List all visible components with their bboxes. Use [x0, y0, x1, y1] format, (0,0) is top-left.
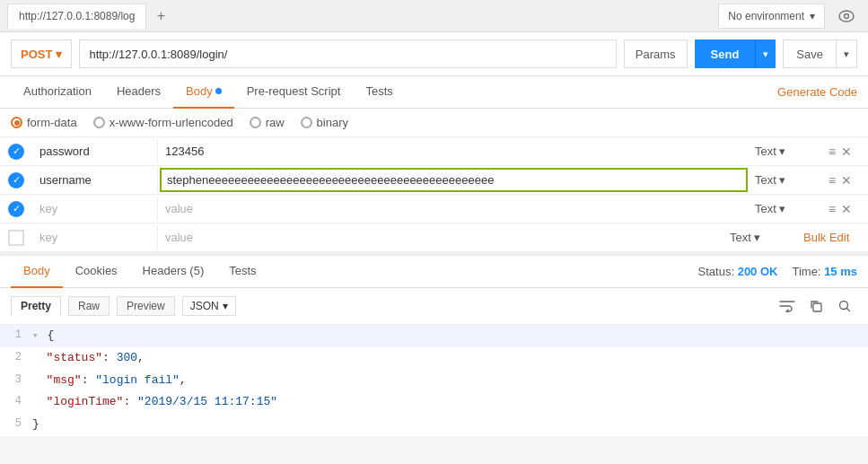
chevron-down-icon: ▾: [56, 48, 62, 61]
row-type[interactable]: Text ▾: [750, 202, 821, 215]
eye-icon[interactable]: [832, 2, 861, 31]
raw-button[interactable]: Raw: [68, 296, 110, 316]
response-status-bar: Status: 200 OK Time: 15 ms: [698, 265, 857, 278]
tab-body[interactable]: Body: [173, 76, 234, 109]
tab-headers[interactable]: Headers: [104, 76, 173, 109]
save-dropdown-button[interactable]: ▾: [837, 39, 857, 68]
body-type-bar: form-data x-www-form-urlencoded raw bina…: [0, 109, 868, 137]
send-dropdown-button[interactable]: ▾: [755, 39, 776, 68]
row-actions: Bulk Edit: [796, 231, 868, 244]
delete-icon[interactable]: ✕: [841, 202, 852, 216]
menu-icon[interactable]: ≡: [829, 173, 836, 188]
binary-radio[interactable]: binary: [301, 116, 348, 129]
add-tab-button[interactable]: +: [150, 5, 171, 27]
row-checkbox[interactable]: ✓: [0, 172, 32, 188]
row-checkbox[interactable]: ✓: [0, 144, 32, 160]
environment-selector[interactable]: No environment ▾: [718, 4, 825, 29]
wrap-icon[interactable]: [775, 293, 800, 319]
menu-icon[interactable]: ≡: [829, 202, 836, 216]
params-button[interactable]: Params: [624, 39, 688, 68]
row-checkbox[interactable]: [0, 230, 32, 246]
tab-label: http://127.0.0.1:8089/log: [19, 10, 135, 22]
row-type[interactable]: Text ▾: [750, 173, 821, 187]
send-button[interactable]: Send: [695, 39, 756, 68]
table-row: ✓ password 123456 Text ▾ ≡ ✕: [0, 137, 868, 166]
empty-check: [8, 230, 24, 246]
tab-tests[interactable]: Tests: [353, 76, 405, 109]
tab-authorization[interactable]: Authorization: [11, 76, 104, 109]
radio-dot: [11, 117, 22, 128]
format-selector[interactable]: JSON ▾: [182, 296, 236, 316]
row-value[interactable]: value: [158, 197, 750, 221]
row-key[interactable]: key: [32, 197, 158, 221]
resp-tab-body[interactable]: Body: [11, 256, 63, 288]
radio-dot: [93, 117, 105, 128]
chevron-down-icon: ▾: [779, 202, 785, 215]
url-bar: POST ▾ Params Send ▾ Save ▾: [0, 32, 868, 76]
code-line-1: 1 ▾ {: [0, 325, 868, 347]
table-row: ✓ key value Text ▾ ≡ ✕: [0, 195, 868, 223]
tab-bar: http://127.0.0.1:8089/log + No environme…: [0, 0, 868, 32]
delete-icon[interactable]: ✕: [841, 173, 852, 188]
collapse-icon[interactable]: ▾: [32, 330, 39, 341]
resp-tab-headers[interactable]: Headers (5): [130, 256, 217, 288]
code-area: 1 ▾ { 2 "status": 300, 3 "msg": "login f…: [0, 325, 868, 436]
svg-point-1: [845, 13, 849, 18]
row-key[interactable]: password: [32, 139, 158, 163]
radio-dot: [250, 117, 261, 128]
code-line-3: 3 "msg": "login fail",: [0, 370, 868, 392]
copy-icon[interactable]: [803, 293, 829, 319]
radio-dot: [301, 117, 312, 128]
urlencoded-radio[interactable]: x-www-form-urlencoded: [93, 116, 233, 129]
svg-rect-2: [813, 303, 821, 311]
row-value[interactable]: value: [158, 225, 724, 250]
row-key[interactable]: key: [32, 225, 158, 250]
chevron-down-icon: ▾: [779, 144, 785, 158]
row-actions: ≡ ✕: [821, 144, 868, 159]
tab-pre-request[interactable]: Pre-request Script: [234, 76, 354, 109]
response-area: Body Cookies Headers (5) Tests Status: 2…: [0, 252, 868, 436]
pretty-button[interactable]: Pretty: [11, 296, 61, 316]
resp-tab-tests[interactable]: Tests: [216, 256, 268, 288]
row-key[interactable]: username: [32, 168, 158, 192]
body-dot: [215, 88, 222, 94]
check-icon: ✓: [8, 201, 24, 217]
chevron-down-icon: ▾: [779, 173, 785, 187]
save-button[interactable]: Save: [783, 39, 837, 68]
chevron-down-icon: ▾: [810, 10, 815, 22]
row-type[interactable]: Text ▾: [750, 144, 821, 158]
svg-point-0: [839, 11, 854, 22]
preview-button[interactable]: Preview: [117, 296, 175, 316]
request-tab[interactable]: http://127.0.0.1:8089/log: [7, 4, 146, 29]
row-value[interactable]: 123456: [158, 139, 750, 163]
check-icon: ✓: [8, 144, 24, 160]
method-selector[interactable]: POST ▾: [11, 39, 72, 68]
bulk-edit-button[interactable]: Bulk Edit: [803, 231, 849, 244]
form-data-radio[interactable]: form-data: [11, 116, 77, 129]
code-line-4: 4 "loginTime": "2019/3/15 11:17:15": [0, 391, 868, 414]
response-tabs: Body Cookies Headers (5) Tests Status: 2…: [0, 256, 868, 288]
check-icon: ✓: [8, 172, 24, 188]
code-line-2: 2 "status": 300,: [0, 347, 868, 370]
generate-code-button[interactable]: Generate Code: [777, 85, 857, 99]
chevron-down-icon: ▾: [754, 231, 760, 244]
row-value[interactable]: stepheneeeeeeeeeeeeeeeeeeeeeeeeeeeeeeeee…: [160, 168, 748, 192]
table-row: key value Text ▾ Bulk Edit: [0, 223, 868, 252]
form-data-table: ✓ password 123456 Text ▾ ≡ ✕ ✓ username …: [0, 137, 868, 252]
response-time: 15 ms: [824, 265, 857, 278]
search-icon[interactable]: [832, 293, 857, 319]
url-input[interactable]: [79, 39, 616, 68]
response-toolbar: Pretty Raw Preview JSON ▾: [0, 288, 868, 325]
raw-radio[interactable]: raw: [250, 116, 285, 129]
row-type[interactable]: Text ▾: [724, 231, 796, 244]
request-tabs: Authorization Headers Body Pre-request S…: [0, 76, 868, 109]
menu-icon[interactable]: ≡: [829, 144, 836, 159]
row-checkbox[interactable]: ✓: [0, 201, 32, 217]
code-line-5: 5 }: [0, 414, 868, 436]
row-actions: ≡ ✕: [821, 173, 868, 188]
delete-icon[interactable]: ✕: [841, 144, 852, 159]
chevron-down-icon: ▾: [223, 300, 228, 312]
resp-tab-cookies[interactable]: Cookies: [63, 256, 130, 288]
status-code: 200 OK: [738, 265, 778, 278]
row-actions: ≡ ✕: [821, 202, 868, 216]
